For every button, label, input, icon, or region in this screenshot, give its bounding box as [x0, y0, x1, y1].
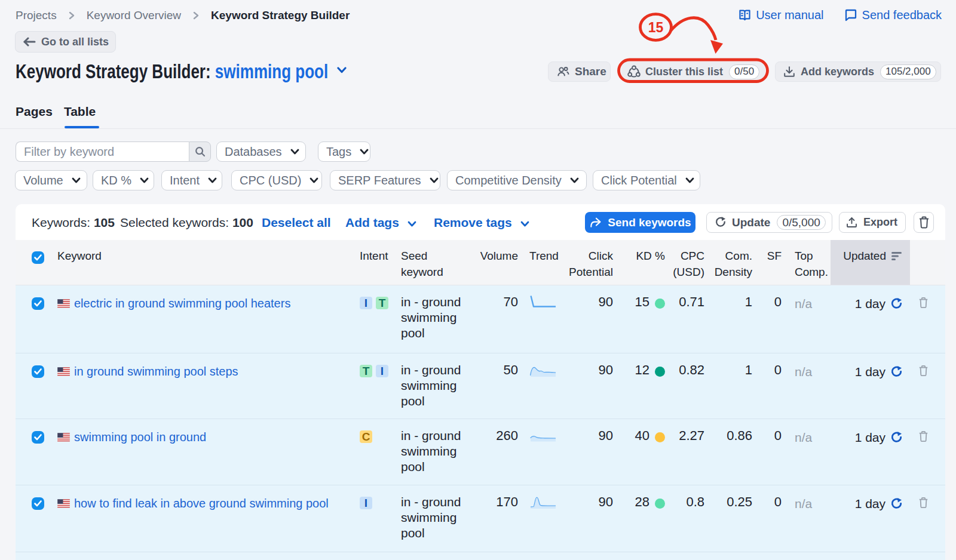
- svg-text:15: 15: [648, 20, 664, 35]
